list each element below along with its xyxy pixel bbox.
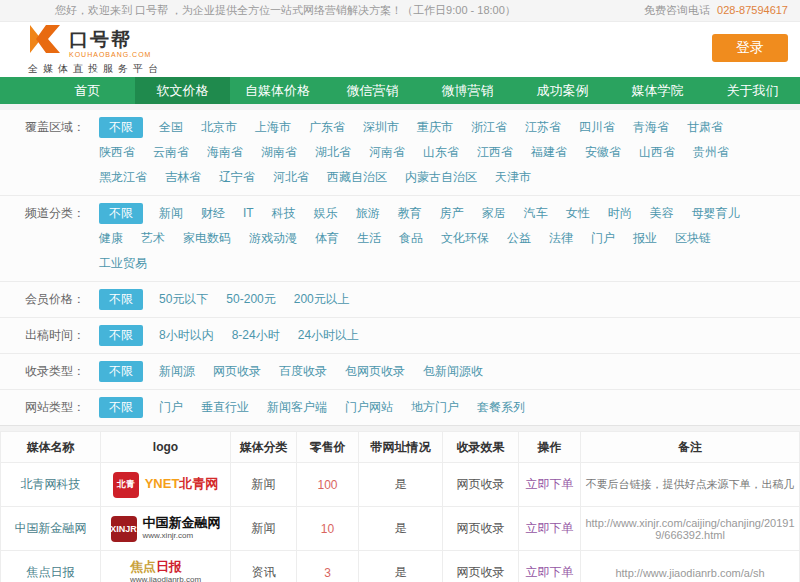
filter-option-region[interactable]: 湖北省 <box>315 142 351 163</box>
filter-option-channel[interactable]: 公益 <box>507 228 531 249</box>
filter-option-channel[interactable]: 体育 <box>315 228 339 249</box>
filter-option-region[interactable]: 上海市 <box>255 117 291 138</box>
filter-option-channel[interactable]: 报业 <box>633 228 657 249</box>
filter-option-inclusion-type[interactable]: 百度收录 <box>279 361 327 382</box>
filter-option-region[interactable]: 深圳市 <box>363 117 399 138</box>
nav-item-weibo-marketing[interactable]: 微博营销 <box>420 77 515 104</box>
filter-option-member-price-unlimited[interactable]: 不限 <box>99 289 143 310</box>
filter-option-region[interactable]: 西藏自治区 <box>327 167 387 188</box>
media-name-link[interactable]: 中国新金融网 <box>15 521 87 535</box>
filter-option-site-type-unlimited[interactable]: 不限 <box>99 397 143 418</box>
filter-option-channel[interactable]: 法律 <box>549 228 573 249</box>
filter-option-channel[interactable]: 门户 <box>591 228 615 249</box>
order-now-link[interactable]: 立即下单 <box>526 565 574 579</box>
filter-option-publish-time[interactable]: 8小时以内 <box>159 325 214 346</box>
filter-option-region[interactable]: 全国 <box>159 117 183 138</box>
filter-option-channel[interactable]: 食品 <box>399 228 423 249</box>
order-now-link[interactable]: 立即下单 <box>526 477 574 491</box>
filter-option-region[interactable]: 河南省 <box>369 142 405 163</box>
media-name-link[interactable]: 北青网科技 <box>21 477 81 491</box>
filter-option-channel[interactable]: 汽车 <box>524 203 548 224</box>
filter-option-region[interactable]: 江苏省 <box>525 117 561 138</box>
filter-option-site-type[interactable]: 地方门户 <box>411 397 459 418</box>
filter-option-region[interactable]: 浙江省 <box>471 117 507 138</box>
filter-option-region[interactable]: 江西省 <box>477 142 513 163</box>
filter-option-channel[interactable]: 美容 <box>650 203 674 224</box>
filter-option-channel[interactable]: 财经 <box>201 203 225 224</box>
filter-option-channel[interactable]: 游戏动漫 <box>249 228 297 249</box>
filter-option-publish-time[interactable]: 24小时以上 <box>298 325 359 346</box>
filter-option-region[interactable]: 河北省 <box>273 167 309 188</box>
login-button[interactable]: 登录 <box>712 34 788 62</box>
filter-option-channel-unlimited[interactable]: 不限 <box>99 203 143 224</box>
filter-option-inclusion-type[interactable]: 网页收录 <box>213 361 261 382</box>
filter-option-region[interactable]: 安徽省 <box>585 142 621 163</box>
nav-item-home[interactable]: 首页 <box>40 77 135 104</box>
order-now-link[interactable]: 立即下单 <box>526 521 574 535</box>
filter-option-channel[interactable]: 健康 <box>99 228 123 249</box>
filter-option-inclusion-type-unlimited[interactable]: 不限 <box>99 361 143 382</box>
site-logo[interactable]: 口号帮 KOUHAOBANG.COM 全媒体直投服务平台 <box>28 24 163 76</box>
filter-option-site-type[interactable]: 门户网站 <box>345 397 393 418</box>
filter-option-region[interactable]: 青海省 <box>633 117 669 138</box>
filter-option-channel[interactable]: 工业贸易 <box>99 253 147 274</box>
filter-option-channel[interactable]: 文化环保 <box>441 228 489 249</box>
filter-option-channel[interactable]: 生活 <box>357 228 381 249</box>
filter-option-channel[interactable]: IT <box>243 203 254 224</box>
filter-option-region[interactable]: 内蒙古自治区 <box>405 167 477 188</box>
filter-option-region[interactable]: 广东省 <box>309 117 345 138</box>
filter-option-channel[interactable]: 艺术 <box>141 228 165 249</box>
filter-row-channel: 频道分类：不限新闻财经IT科技娱乐旅游教育房产家居汽车女性时尚美容母婴育儿健康艺… <box>0 196 800 282</box>
filter-option-channel[interactable]: 时尚 <box>608 203 632 224</box>
filter-option-region[interactable]: 甘肃省 <box>687 117 723 138</box>
nav-item-wemedia-price[interactable]: 自媒体价格 <box>230 77 325 104</box>
nav-item-article-price[interactable]: 软文价格 <box>135 77 230 104</box>
filter-option-region-unlimited[interactable]: 不限 <box>99 117 143 138</box>
filter-option-region[interactable]: 贵州省 <box>693 142 729 163</box>
filter-option-site-type[interactable]: 新闻客户端 <box>267 397 327 418</box>
nav-item-wechat-marketing[interactable]: 微信营销 <box>325 77 420 104</box>
filter-option-region[interactable]: 北京市 <box>201 117 237 138</box>
filter-option-member-price[interactable]: 50-200元 <box>226 289 275 310</box>
filter-option-channel[interactable]: 女性 <box>566 203 590 224</box>
filter-option-region[interactable]: 陕西省 <box>99 142 135 163</box>
filter-option-region[interactable]: 重庆市 <box>417 117 453 138</box>
filter-option-inclusion-type[interactable]: 包网页收录 <box>345 361 405 382</box>
nav-item-success-cases[interactable]: 成功案例 <box>515 77 610 104</box>
filter-option-region[interactable]: 吉林省 <box>165 167 201 188</box>
filter-option-site-type[interactable]: 垂直行业 <box>201 397 249 418</box>
filter-option-region[interactable]: 四川省 <box>579 117 615 138</box>
filter-option-region[interactable]: 海南省 <box>207 142 243 163</box>
filter-option-channel[interactable]: 房产 <box>440 203 464 224</box>
filter-option-member-price[interactable]: 200元以上 <box>294 289 350 310</box>
filter-option-region[interactable]: 山西省 <box>639 142 675 163</box>
nav-item-about-us[interactable]: 关于我们 <box>705 77 800 104</box>
filter-option-region[interactable]: 福建省 <box>531 142 567 163</box>
filter-option-region[interactable]: 黑龙江省 <box>99 167 147 188</box>
filter-option-channel[interactable]: 母婴育儿 <box>692 203 740 224</box>
filter-option-channel[interactable]: 旅游 <box>356 203 380 224</box>
filter-option-channel[interactable]: 科技 <box>272 203 296 224</box>
media-name-link[interactable]: 焦点日报 <box>27 565 75 579</box>
filter-option-publish-time[interactable]: 8-24小时 <box>232 325 280 346</box>
filter-option-member-price[interactable]: 50元以下 <box>159 289 208 310</box>
filter-option-channel[interactable]: 区块链 <box>675 228 711 249</box>
filter-option-channel[interactable]: 娱乐 <box>314 203 338 224</box>
filter-option-publish-time-unlimited[interactable]: 不限 <box>99 325 143 346</box>
column-header: 媒体分类 <box>231 432 297 463</box>
nav-item-media-academy[interactable]: 媒体学院 <box>610 77 705 104</box>
filter-option-site-type[interactable]: 套餐系列 <box>477 397 525 418</box>
filter-option-channel[interactable]: 新闻 <box>159 203 183 224</box>
filter-option-inclusion-type[interactable]: 新闻源 <box>159 361 195 382</box>
filter-option-region[interactable]: 辽宁省 <box>219 167 255 188</box>
filter-option-channel[interactable]: 教育 <box>398 203 422 224</box>
filter-option-region[interactable]: 云南省 <box>153 142 189 163</box>
filter-option-channel[interactable]: 家电数码 <box>183 228 231 249</box>
filter-option-region[interactable]: 天津市 <box>495 167 531 188</box>
filter-option-channel[interactable]: 家居 <box>482 203 506 224</box>
filter-option-region[interactable]: 山东省 <box>423 142 459 163</box>
filter-option-inclusion-type[interactable]: 包新闻源收 <box>423 361 483 382</box>
media-logo: 焦点日报www.jiaodianrb.com <box>105 560 226 582</box>
filter-option-site-type[interactable]: 门户 <box>159 397 183 418</box>
filter-option-region[interactable]: 湖南省 <box>261 142 297 163</box>
